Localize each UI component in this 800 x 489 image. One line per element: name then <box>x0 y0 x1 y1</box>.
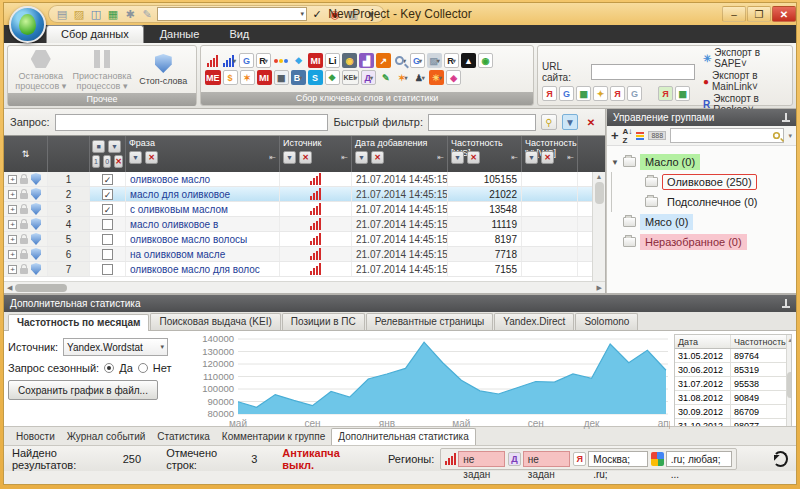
green-pen-icon[interactable]: ✎ <box>378 70 393 85</box>
mail-stats-icon[interactable]: MI <box>308 53 323 68</box>
mail-bird-icon[interactable]: ❖ <box>291 53 306 68</box>
check-all-icon[interactable]: 1 <box>92 155 100 168</box>
seasonal-no-radio[interactable] <box>138 363 148 373</box>
seasonal-yes-radio[interactable] <box>104 363 114 373</box>
filter-icon[interactable]: ▼ <box>451 151 464 164</box>
filter-clear-icon[interactable]: ✕ <box>467 151 480 164</box>
google-suggest-icon[interactable]: G▾ <box>410 53 425 68</box>
dollar-icon[interactable]: $ <box>223 70 238 85</box>
tree-item-2[interactable]: Подсолнечное (0) <box>611 192 792 212</box>
spy-icon[interactable]: ♟▾ <box>412 70 427 85</box>
panel-more-icon[interactable]: ▾ <box>788 132 792 140</box>
refresh-icon[interactable] <box>773 451 788 467</box>
column-pin-icon[interactable]: ⇤ <box>511 153 518 162</box>
expand-icon[interactable]: + <box>8 235 17 244</box>
thumbs-up-icon[interactable]: ▲ <box>461 53 476 68</box>
google-stats-icon[interactable]: G <box>239 53 254 68</box>
header-col-3[interactable]: Частотность [WS]▼✕⇤ <box>448 136 522 172</box>
bottom-tab-1[interactable]: Журнал событий <box>61 429 152 445</box>
sun-batch-icon[interactable]: ☀▾ <box>429 70 444 85</box>
tree-item-0[interactable]: ▼Масло (0) <box>611 152 792 172</box>
hscroll-right-icon[interactable]: ▶ <box>597 284 602 292</box>
pin-icon[interactable] <box>782 113 790 123</box>
filter-hint-icon[interactable]: ⚲ <box>541 114 557 130</box>
frequency-table-row[interactable]: 31.08.201290849 <box>675 391 786 405</box>
row-checkbox[interactable]: ✓ <box>102 189 113 200</box>
phrase-cell[interactable]: оливковое масло для волос <box>126 262 280 276</box>
row-checkbox[interactable]: ✓ <box>102 174 113 185</box>
filter-clear-icon[interactable]: ✕ <box>371 151 384 164</box>
table-row[interactable]: +6на оливковом масле21.07.2014 14:45:157… <box>4 247 605 262</box>
filter-icon[interactable]: ▼ <box>129 151 142 164</box>
map-icon[interactable]: ❖ <box>325 70 340 85</box>
save-icon[interactable]: ◫ <box>89 7 103 21</box>
query-input[interactable] <box>55 114 329 131</box>
expand-icon[interactable]: + <box>8 175 17 184</box>
row-checkbox[interactable] <box>102 219 113 230</box>
filter-icon[interactable]: ▼ <box>283 151 296 164</box>
stats-tab-2[interactable]: Позиции в ПС <box>282 313 365 330</box>
kei-icon[interactable]: KEI▾ <box>342 70 360 85</box>
stats-tab-0[interactable]: Частотность по месяцам <box>8 314 149 331</box>
stats-pin-icon[interactable] <box>782 299 790 309</box>
new-file-icon[interactable]: ▤ <box>55 7 69 21</box>
header-col-0[interactable]: Фраза▼✕⇤ <box>126 136 280 172</box>
vscroll-thumb[interactable] <box>595 182 604 204</box>
close-button[interactable]: ✕ <box>772 6 796 22</box>
calculator-icon[interactable]: ▦ <box>274 70 289 85</box>
google-kei-icon[interactable]: G <box>627 86 642 101</box>
vk-icon[interactable]: В▾ <box>291 70 306 85</box>
gray-photo-icon[interactable]: ▨▾ <box>427 53 442 68</box>
table-row[interactable]: +5оливковое масло волосы21.07.2014 14:45… <box>4 232 605 247</box>
stats-tab-5[interactable]: Solomono <box>575 313 638 330</box>
sort-color-icon[interactable] <box>636 132 644 140</box>
filter-clear-icon[interactable]: ✕ <box>541 151 554 164</box>
header-col-2[interactable]: Дата добавления▼✕⇤ <box>352 136 448 172</box>
tree-item-1[interactable]: Оливковое (250) <box>611 172 792 192</box>
apply-check-icon[interactable]: ✓ <box>310 7 324 21</box>
phrase-cell[interactable]: с оливковым маслом <box>126 202 280 216</box>
region-google-badge[interactable]: .ru; любая; ... <box>651 451 732 467</box>
bottom-tab-0[interactable]: Новости <box>10 429 61 445</box>
odnoklassniki-icon[interactable]: ◉ <box>478 53 493 68</box>
tree-arrow-icon[interactable]: ▼ <box>611 158 619 167</box>
add-group-icon[interactable]: + <box>611 128 619 143</box>
ribbon-tab-1[interactable]: Данные <box>146 26 214 43</box>
row-checkbox[interactable]: ✓ <box>102 204 113 215</box>
expand-icon[interactable]: + <box>8 220 17 229</box>
table-row[interactable]: +2✓масло для оливковое21.07.2014 14:45:1… <box>4 187 605 202</box>
column-pin-icon[interactable]: ⇤ <box>567 153 574 162</box>
stats-tab-1[interactable]: Поисковая выдача (KEI) <box>150 313 280 330</box>
checkbox-filter-clear-icon[interactable]: ✕ <box>114 155 123 168</box>
hscroll-left-icon[interactable]: ◀ <box>7 284 12 292</box>
header-col-1[interactable]: Источник▼✕⇤ <box>280 136 352 172</box>
ribbon-tab-0[interactable]: Сбор данных <box>46 25 144 43</box>
grid-vscrollbar[interactable]: ▲ <box>592 172 605 281</box>
broom-icon[interactable]: ✦ <box>593 86 608 101</box>
export-sape-button[interactable]: ✳Экспорт в SAPE˅ <box>703 47 788 69</box>
trend-chart-icon[interactable]: ↗ <box>376 53 391 68</box>
wordstat-blue-icon[interactable]: ▾ <box>222 53 237 68</box>
open-folder-icon[interactable]: ▨ <box>72 7 86 21</box>
gift-icon[interactable]: ◈ <box>446 70 461 85</box>
region-wordstat-badge[interactable]: не задан <box>445 451 505 467</box>
filter-clear-icon[interactable]: ✕ <box>299 151 312 164</box>
quick-task-combo[interactable]: ▾ <box>157 7 307 21</box>
header-sort-cell[interactable]: ⇅ <box>4 136 48 172</box>
quick-filter-input[interactable] <box>428 114 536 131</box>
column-pin-icon[interactable]: ⇤ <box>437 153 444 162</box>
frequency-table-row[interactable]: 30.06.201285319 <box>675 363 786 377</box>
table-row[interactable]: +1✓оливковое масло21.07.2014 14:45:15105… <box>4 172 605 187</box>
alarm-icon[interactable]: ◉ <box>328 7 342 21</box>
direct-icon[interactable]: Д▾ <box>361 70 376 85</box>
excel-pages-icon[interactable]: ▦ <box>576 86 591 101</box>
save-chart-button[interactable]: Сохранить график в файл... <box>8 380 158 400</box>
filter-funnel-icon[interactable]: ▼ <box>562 114 578 130</box>
group-search-input[interactable] <box>670 128 784 143</box>
settings-gear-icon[interactable]: ✱ <box>123 7 137 21</box>
frequency-table-row[interactable]: 30.09.201286709 <box>675 405 786 419</box>
region-yandex-badge[interactable]: ЯМосква; .ru; <box>573 451 648 467</box>
column-pin-icon[interactable]: ⇤ <box>269 153 276 162</box>
vscroll-up-icon[interactable]: ▲ <box>596 173 603 180</box>
expand-icon[interactable]: + <box>8 190 17 199</box>
